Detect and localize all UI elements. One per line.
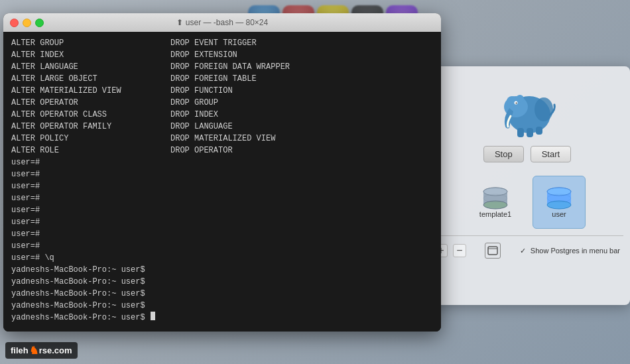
elephant-svg [496,82,559,138]
window-icon-svg [487,246,498,255]
close-button[interactable] [10,19,19,27]
term-col1-1: ALTER GROUP [11,37,170,49]
term-col1-9: ALTER POLICY [11,133,170,145]
term-col2-10: DROP OPERATOR [170,145,233,156]
db-icon-user[interactable]: user [533,176,586,229]
window-title: ⬆ user — -bash — 80×24 [176,18,268,27]
show-menu-bar-option[interactable]: ✓ Show Postgres in menu bar [520,247,620,255]
term-col1-8: ALTER OPERATOR FAMILY [11,121,170,133]
svg-point-4 [535,97,553,121]
start-button[interactable]: Start [531,146,571,162]
term-col2-5: DROP FUNCTION [170,85,233,97]
prompt-line-7: user=# [11,228,433,240]
svg-rect-20 [488,247,497,255]
term-col1-2: ALTER INDEX [11,49,170,61]
svg-point-3 [516,95,524,103]
term-line-8: ALTER OPERATOR FAMILY DROP LANGUAGE [11,121,433,133]
postgres-panel-bottom: + − ✓ Show Postgres in menu bar [431,235,623,259]
term-line-2: ALTER INDEX DROP EXTENSION [11,49,433,61]
prompt-line-8: user=# [11,240,433,252]
terminal-body[interactable]: ALTER GROUP DROP EVENT TRIGGER ALTER IND… [3,32,441,332]
show-menu-label: Show Postgres in menu bar [531,247,620,255]
quit-line: user=# \q [11,252,433,264]
term-line-4: ALTER LARGE OBJECT DROP FOREIGN TABLE [11,73,433,85]
term-col1-7: ALTER OPERATOR CLASS [11,109,170,121]
bash-line-2: yadneshs-MacBook-Pro:~ user$ [11,276,433,288]
database-icons-row: template1 user [469,176,586,229]
term-col2-3: DROP FOREIGN DATA WRAPPER [170,61,290,73]
terminal-titlebar: ⬆ user — -bash — 80×24 [3,13,441,32]
svg-rect-8 [527,128,533,137]
term-line-9: ALTER POLICY DROP MATERIALIZED VIEW [11,133,433,145]
traffic-lights [10,19,44,27]
bash-line-4: yadneshs-MacBook-Pro:~ user$ [11,300,433,312]
postgres-panel: Stop Start template1 user [424,66,630,305]
term-col1-5: ALTER MATERIALIZED VIEW [11,85,170,97]
prompt-line-4: user=# [11,192,433,204]
prompt-line-2: user=# [11,168,433,180]
filehorse-horse-icon: ♞ [29,344,38,357]
term-line-5: ALTER MATERIALIZED VIEW DROP FUNCTION [11,85,433,97]
bash-line-5: yadneshs-MacBook-Pro:~ user$ [11,312,433,324]
filehorse-watermark: fileh♞rse.com [5,342,78,359]
stop-button[interactable]: Stop [483,146,524,162]
prompt-line-6: user=# [11,216,433,228]
db-cylinder-template1 [481,186,510,210]
filehorse-text-after: rse.com [39,345,72,355]
db-cylinder-user [544,186,574,210]
term-col2-9: DROP MATERIALIZED VIEW [170,133,275,145]
terminal-cursor [151,312,155,320]
maximize-button[interactable] [35,19,44,27]
db-label-user: user [552,210,566,218]
postgres-control-buttons: Stop Start [483,146,571,162]
svg-rect-9 [536,127,542,135]
remove-database-button[interactable]: − [453,244,466,257]
prompt-line-1: user=# [11,156,433,168]
term-col1-4: ALTER LARGE OBJECT [11,73,170,85]
term-col2-2: DROP EXTENSION [170,49,237,61]
bash-line-1: yadneshs-MacBook-Pro:~ user$ [11,264,433,276]
term-line-6: ALTER OPERATOR DROP GROUP [11,97,433,109]
filehorse-text-before: fileh [11,345,29,355]
bash-line-3: yadneshs-MacBook-Pro:~ user$ [11,288,433,300]
svg-point-6 [515,102,517,103]
term-col1-3: ALTER LANGUAGE [11,61,170,73]
prompt-line-3: user=# [11,180,433,192]
prompt-line-5: user=# [11,204,433,216]
minimize-button[interactable] [23,19,31,27]
term-line-10: ALTER ROLE DROP OPERATOR [11,145,433,156]
term-col2-1: DROP EVENT TRIGGER [170,37,257,49]
window-title-text: user — -bash — 80×24 [186,18,268,27]
postgres-elephant-image [494,80,560,139]
db-label-template1: template1 [479,210,511,218]
term-col2-8: DROP LANGUAGE [170,121,233,133]
db-icon-template1[interactable]: template1 [469,176,522,229]
term-col2-7: DROP INDEX [170,109,218,121]
show-menu-checkbox: ✓ [520,247,526,255]
terminal-window: ⬆ user — -bash — 80×24 ALTER GROUP DROP … [3,13,441,332]
svg-rect-7 [517,128,524,137]
window-icon: ⬆ [176,18,183,27]
term-line-3: ALTER LANGUAGE DROP FOREIGN DATA WRAPPER [11,61,433,73]
term-col1-10: ALTER ROLE [11,145,170,156]
term-line-1: ALTER GROUP DROP EVENT TRIGGER [11,37,433,49]
window-view-button[interactable] [485,243,501,259]
term-col2-6: DROP GROUP [170,97,218,109]
term-col1-6: ALTER OPERATOR [11,97,170,109]
term-line-7: ALTER OPERATOR CLASS DROP INDEX [11,109,433,121]
term-col2-4: DROP FOREIGN TABLE [170,73,257,85]
